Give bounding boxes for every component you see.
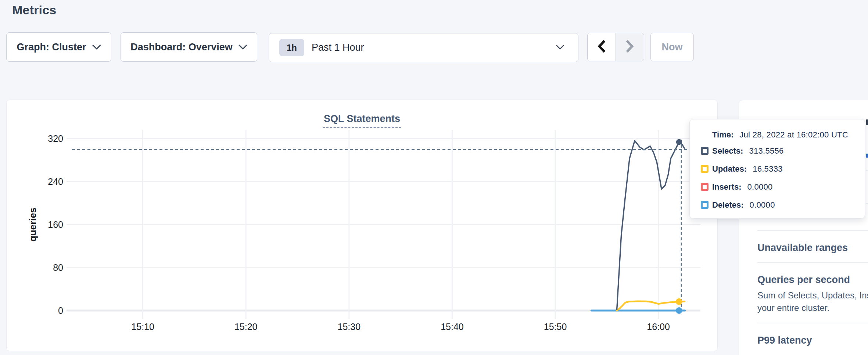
glossary-section: Unavailable ranges	[757, 230, 868, 262]
series-swatch-icon	[701, 165, 709, 173]
time-pager	[587, 33, 644, 61]
tooltip-series-label: Inserts:	[712, 182, 741, 192]
tooltip-series-value: 0.0000	[747, 182, 772, 192]
prev-interval-button[interactable]	[588, 33, 616, 61]
sql-statements-chart[interactable]	[7, 100, 718, 352]
y-tick-label: 80	[41, 263, 63, 272]
series-swatch-icon	[701, 147, 709, 155]
tooltip-series-label: Updates:	[712, 164, 747, 174]
time-range-picker[interactable]: 1h Past 1 Hour	[269, 33, 578, 62]
tooltip-series-rows: Selects:313.5556Updates:16.5333Inserts:0…	[701, 142, 865, 214]
tooltip-series-label: Selects:	[712, 146, 743, 156]
tooltip-row: Selects:313.5556	[701, 142, 865, 159]
graph-scope-dropdown[interactable]: Graph: Cluster	[6, 32, 111, 62]
chevron-down-icon	[92, 44, 101, 50]
tooltip-row: Updates:16.5333	[701, 160, 865, 178]
obscured-divider-fragment	[866, 203, 868, 204]
x-tick-label: 15:40	[426, 322, 478, 332]
chart-hover-tooltip: Time: Jul 28, 2022 at 16:02:00 UTC Selec…	[689, 119, 865, 219]
glossary-section-title: Queries per second	[757, 274, 868, 286]
tooltip-row: Inserts:0.0000	[701, 178, 865, 196]
glossary-section-description: Sum of Selects, Updates, Inser	[757, 289, 868, 302]
tooltip-series-value: 313.5556	[749, 146, 783, 156]
obscured-text-fragment	[866, 119, 868, 125]
tooltip-time-value: Jul 28, 2022 at 16:02:00 UTC	[739, 130, 848, 140]
glossary-section-title: P99 latency	[757, 335, 868, 346]
tooltip-series-label: Deletes:	[712, 200, 744, 210]
graph-scope-label: Graph: Cluster	[17, 42, 86, 53]
series-swatch-icon	[701, 183, 709, 191]
tooltip-row: Deletes:0.0000	[701, 196, 865, 214]
sql-statements-card: SQL Statements queries 080160240320 15:1…	[6, 100, 718, 351]
next-interval-button[interactable]	[616, 33, 644, 61]
tooltip-series-value: 16.5333	[753, 164, 783, 174]
y-tick-label: 320	[41, 134, 63, 143]
glossary-section-title: Unavailable ranges	[757, 242, 868, 254]
tooltip-time-row: Time: Jul 28, 2022 at 16:02:00 UTC	[712, 128, 865, 141]
page-title: Metrics	[12, 3, 56, 17]
x-tick-label: 16:00	[633, 322, 684, 332]
chevron-down-icon	[238, 44, 247, 50]
dashboard-label: Dashboard: Overview	[130, 42, 233, 53]
obscured-divider-fragment	[866, 170, 868, 171]
tooltip-time-label: Time:	[712, 130, 734, 140]
tooltip-series-value: 0.0000	[750, 200, 775, 210]
x-tick-label: 15:50	[530, 322, 581, 332]
now-button-label: Now	[662, 42, 683, 53]
chevron-right-icon	[625, 39, 635, 55]
time-range-label: Past 1 Hour	[312, 42, 364, 53]
dashboard-dropdown[interactable]: Dashboard: Overview	[121, 32, 257, 62]
glossary-section: P99 latency	[757, 323, 868, 355]
x-tick-label: 15:10	[117, 322, 169, 332]
chevron-down-icon	[556, 44, 564, 51]
glossary-section-description: your entire cluster.	[757, 302, 868, 314]
now-button[interactable]: Now	[650, 33, 694, 61]
y-tick-label: 160	[41, 220, 63, 229]
x-tick-label: 15:30	[323, 322, 375, 332]
time-range-badge: 1h	[279, 39, 304, 56]
series-swatch-icon	[701, 201, 709, 209]
chevron-left-icon	[597, 39, 606, 55]
x-tick-label: 15:20	[220, 322, 272, 332]
obscured-link-fragment	[866, 154, 868, 158]
y-tick-label: 240	[41, 177, 63, 186]
y-tick-label: 0	[41, 306, 63, 315]
glossary-sections: Unavailable rangesQueries per secondSum …	[757, 230, 868, 355]
glossary-section: Queries per secondSum of Selects, Update…	[757, 262, 868, 323]
